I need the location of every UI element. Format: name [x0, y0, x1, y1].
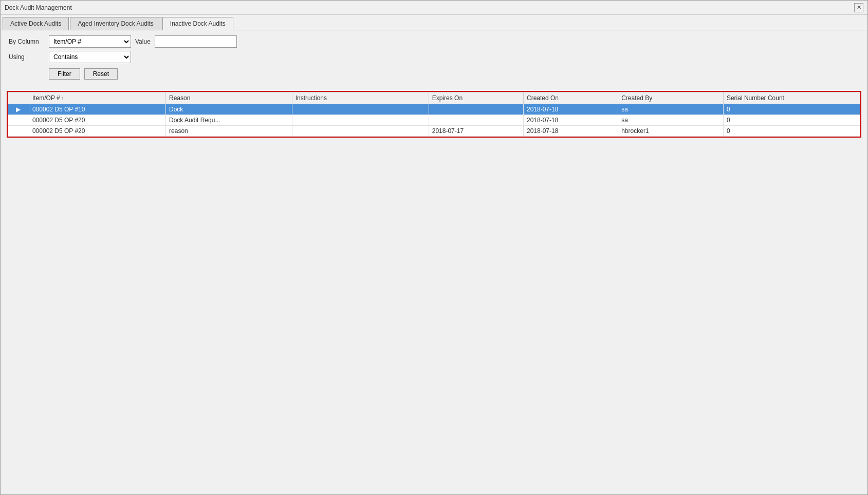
cell-instructions	[292, 104, 429, 115]
data-grid: Item/OP # Reason Instructions Expires On…	[7, 91, 861, 138]
row-indicator	[8, 126, 29, 137]
table-row[interactable]: 000002 D5 OP #20 reason 2018-07-17 2018-…	[8, 126, 860, 137]
title-bar: Dock Audit Management ✕	[1, 1, 867, 15]
by-column-row: By Column Item/OP # Reason Instructions …	[9, 35, 859, 48]
cell-reason: reason	[166, 126, 292, 137]
cell-instructions	[292, 115, 429, 126]
cell-serial-count: 0	[723, 115, 860, 126]
col-header-item-op[interactable]: Item/OP #	[29, 92, 165, 104]
by-column-label: By Column	[9, 38, 45, 45]
cell-expires-on	[429, 115, 523, 126]
table-row[interactable]: ▶ 000002 D5 OP #10 Dock 2018-07-18 sa 0	[8, 104, 860, 115]
row-indicator	[8, 115, 29, 126]
cell-item-op: 000002 D5 OP #10	[29, 104, 165, 115]
reset-button[interactable]: Reset	[84, 68, 118, 80]
tab-aged-inventory[interactable]: Aged Inventory Dock Audits	[70, 17, 161, 30]
col-header-indicator	[8, 92, 29, 104]
cell-created-on: 2018-07-18	[523, 115, 618, 126]
using-label: Using	[9, 53, 45, 61]
main-window: Dock Audit Management ✕ Active Dock Audi…	[0, 0, 868, 495]
col-header-reason[interactable]: Reason	[166, 92, 292, 104]
table-row[interactable]: 000002 D5 OP #20 Dock Audit Requ... 2018…	[8, 115, 860, 126]
cell-expires-on	[429, 104, 523, 115]
col-header-created-by[interactable]: Created By	[618, 92, 724, 104]
cell-created-on: 2018-07-18	[523, 104, 618, 115]
using-select[interactable]: Contains Equals Starts With Ends With	[49, 51, 131, 63]
close-button[interactable]: ✕	[854, 3, 863, 12]
title-bar-left: Dock Audit Management	[5, 4, 72, 11]
grid-table: Item/OP # Reason Instructions Expires On…	[8, 92, 860, 137]
value-input[interactable]	[155, 35, 237, 48]
cell-created-on: 2018-07-18	[523, 126, 618, 137]
by-column-select[interactable]: Item/OP # Reason Instructions Expires On…	[49, 35, 131, 48]
cell-expires-on: 2018-07-17	[429, 126, 523, 137]
col-header-created-on[interactable]: Created On	[523, 92, 618, 104]
filter-button[interactable]: Filter	[49, 68, 80, 80]
tab-bar: Active Dock Audits Aged Inventory Dock A…	[1, 15, 867, 30]
tab-active-dock-audits[interactable]: Active Dock Audits	[3, 17, 69, 30]
window-title: Dock Audit Management	[5, 4, 72, 11]
cell-created-by: sa	[618, 104, 724, 115]
filter-area: By Column Item/OP # Reason Instructions …	[1, 30, 867, 87]
cell-created-by: hbrocker1	[618, 126, 724, 137]
cell-reason: Dock Audit Requ...	[166, 115, 292, 126]
row-indicator: ▶	[8, 104, 29, 115]
cell-item-op: 000002 D5 OP #20	[29, 126, 165, 137]
filter-buttons: Filter Reset	[9, 66, 859, 82]
col-header-instructions[interactable]: Instructions	[292, 92, 429, 104]
cell-serial-count: 0	[723, 104, 860, 115]
tab-inactive-dock-audits[interactable]: Inactive Dock Audits	[162, 17, 233, 30]
value-label: Value	[135, 38, 151, 45]
cell-serial-count: 0	[723, 126, 860, 137]
cell-reason: Dock	[166, 104, 292, 115]
cell-instructions	[292, 126, 429, 137]
using-row: Using Contains Equals Starts With Ends W…	[9, 51, 859, 63]
col-header-expires-on[interactable]: Expires On	[429, 92, 523, 104]
header-row: Item/OP # Reason Instructions Expires On…	[8, 92, 860, 104]
cell-created-by: sa	[618, 115, 724, 126]
col-header-serial-number-count[interactable]: Serial Number Count	[723, 92, 860, 104]
cell-item-op: 000002 D5 OP #20	[29, 115, 165, 126]
